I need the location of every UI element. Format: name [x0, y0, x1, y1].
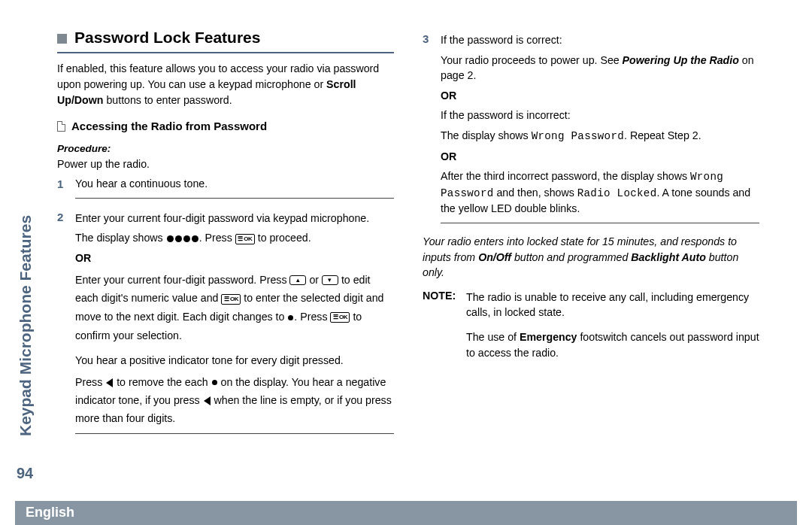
- dot-icon: [288, 315, 293, 320]
- subsection-title: Accessing the Radio from Password: [71, 118, 267, 135]
- text: The display shows: [75, 232, 166, 244]
- step-number: 3: [423, 31, 433, 229]
- dot-icon: [175, 235, 182, 242]
- step-body: Enter your current four-digit password v…: [75, 209, 394, 440]
- note-p2: The use of Emergency footswitch cancels …: [466, 329, 759, 360]
- or-label: OR: [441, 149, 759, 165]
- dot-icon: [192, 235, 198, 242]
- text: Backlight Auto: [631, 251, 706, 263]
- intro-suffix: buttons to enter password.: [103, 94, 232, 106]
- language-footer: English: [15, 501, 797, 525]
- text: . Repeat Step 2.: [624, 129, 701, 141]
- note-label: NOTE:: [423, 288, 462, 365]
- dot-icon: [167, 235, 174, 242]
- text: or: [306, 274, 322, 286]
- dot-icon: [212, 380, 217, 385]
- step-3: 3 If the password is correct: Your radio…: [423, 31, 759, 229]
- text: . Press: [199, 232, 235, 244]
- step-2-p4: You hear a positive indicator tone for e…: [75, 353, 394, 369]
- page-root: Password Lock Features If enabled, this …: [0, 0, 812, 525]
- step-list: 1 You hear a continuous tone. 2 Enter yo…: [57, 176, 394, 440]
- or-label: OR: [75, 250, 394, 266]
- procedure-intro: Power up the radio.: [57, 158, 150, 170]
- text: button and programmed: [511, 251, 631, 263]
- document-icon: [57, 121, 65, 132]
- right-column: 3 If the password is correct: Your radio…: [423, 26, 759, 445]
- left-arrow-icon: [106, 378, 113, 387]
- step-3-p4: The display shows Wrong Password. Repeat…: [441, 128, 759, 144]
- note-block: NOTE: The radio is unable to receive any…: [423, 288, 759, 365]
- or-label: OR: [441, 88, 759, 104]
- down-key-icon: ▾: [322, 275, 338, 285]
- page-number: 94: [17, 465, 33, 482]
- text: The use of: [466, 331, 520, 343]
- note-p1: The radio is unable to receive any call,…: [466, 290, 759, 320]
- step-1: 1 You hear a continuous tone.: [57, 176, 394, 205]
- step-number: 1: [57, 176, 68, 205]
- dot-icon: [183, 235, 190, 242]
- text: . Press: [294, 311, 330, 323]
- text: to proceed.: [255, 232, 311, 244]
- step-rule: [75, 198, 394, 199]
- ok-key-icon: ☰ OK: [330, 312, 350, 323]
- text: After the third incorrect password, the …: [441, 170, 690, 182]
- text: Enter your current four-digit password. …: [75, 274, 289, 286]
- text: Your radio proceeds to power up. See: [441, 54, 623, 66]
- step-2: 2 Enter your current four-digit password…: [57, 209, 394, 440]
- subsection-header: Accessing the Radio from Password: [57, 118, 394, 135]
- step-rule: [441, 223, 759, 223]
- step-2-p1: Enter your current four-digit password v…: [75, 211, 394, 226]
- procedure-start: Procedure: Power up the radio.: [57, 141, 394, 171]
- step-number: 2: [57, 209, 68, 440]
- text: On/Off: [478, 251, 511, 263]
- text: to remove the each: [114, 376, 211, 388]
- locked-state-note: Your radio enters into locked state for …: [423, 234, 759, 281]
- procedure-label: Procedure:: [57, 143, 111, 154]
- step-rule: [75, 433, 394, 434]
- section-intro: If enabled, this feature allows you to a…: [57, 61, 394, 108]
- note-content: The radio is unable to receive any call,…: [466, 288, 759, 365]
- section-header: Password Lock Features: [57, 26, 394, 49]
- display-text: Radio Locked: [577, 187, 657, 199]
- step-3-p1: If the password is correct:: [441, 32, 759, 48]
- text: The display shows: [441, 129, 532, 141]
- step-2-p5: Press to remove the each on the display.…: [75, 373, 394, 427]
- link-text: Powering Up the Radio: [623, 54, 739, 66]
- left-column: Password Lock Features If enabled, this …: [57, 26, 394, 445]
- text: and then, shows: [494, 187, 577, 199]
- side-section-title: Keypad Microphone Features: [17, 215, 35, 436]
- text: Emergency: [520, 331, 577, 343]
- step-body: You hear a continuous tone.: [75, 176, 394, 205]
- step-2-p3: Enter your current four-digit password. …: [75, 271, 394, 345]
- ok-key-icon: ☰ OK: [221, 294, 241, 305]
- step-body: If the password is correct: Your radio p…: [441, 31, 759, 229]
- step-3-p5: After the third incorrect password, the …: [441, 168, 759, 217]
- ok-key-icon: ☰ OK: [235, 234, 255, 244]
- step-list-continued: 3 If the password is correct: Your radio…: [423, 31, 759, 229]
- section-bullet-icon: [57, 34, 67, 44]
- section-rule: [57, 52, 394, 53]
- step-2-p2: The display shows . Press ☰ OK to procee…: [75, 230, 394, 246]
- step-3-p3: If the password is incorrect:: [441, 108, 759, 123]
- text: Press: [75, 376, 105, 388]
- step-3-p2: Your radio proceeds to power up. See Pow…: [441, 53, 759, 83]
- up-key-icon: ▴: [289, 275, 306, 285]
- section-title: Password Lock Features: [74, 26, 260, 49]
- column-container: Password Lock Features If enabled, this …: [57, 26, 782, 445]
- display-text: Wrong Password: [532, 130, 624, 142]
- left-arrow-icon: [204, 396, 211, 405]
- step-1-text: You hear a continuous tone.: [75, 178, 208, 190]
